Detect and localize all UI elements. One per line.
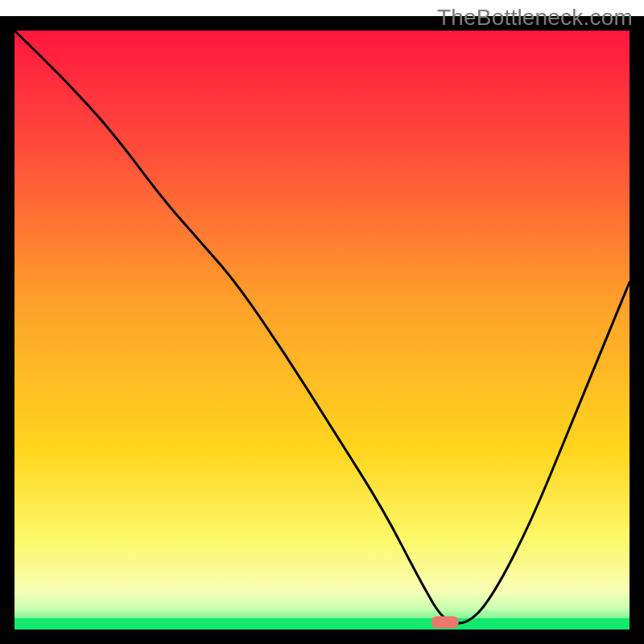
plot-area bbox=[14, 31, 630, 630]
chart-container: TheBottleneck.com bbox=[0, 0, 644, 644]
gradient-background bbox=[14, 31, 630, 630]
chart-svg bbox=[0, 0, 644, 644]
curve-marker bbox=[431, 617, 459, 629]
watermark: TheBottleneck.com bbox=[437, 5, 633, 31]
bottom-band bbox=[14, 618, 630, 630]
